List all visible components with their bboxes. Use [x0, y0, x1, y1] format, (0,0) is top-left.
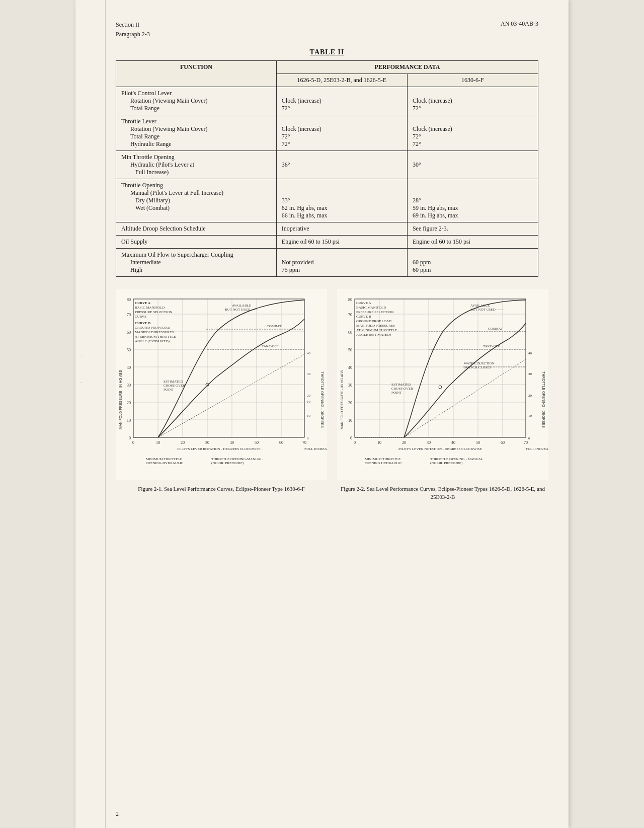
col-header-perf: PERFORMANCE DATA: [276, 61, 538, 74]
sub-label: Total Range: [121, 105, 159, 112]
svg-text:0: 0: [129, 436, 131, 440]
function-label: Pilot's Control Lever: [121, 90, 172, 97]
function-cell: Oil Supply: [116, 236, 277, 249]
svg-text:CURVE A: CURVE A: [356, 301, 371, 305]
svg-text:PRESSURE SELECTION: PRESSURE SELECTION: [356, 310, 393, 314]
svg-text:CROSS OVER: CROSS OVER: [164, 384, 185, 388]
svg-text:POINT: POINT: [391, 391, 402, 395]
svg-text:POINT: POINT: [164, 388, 174, 392]
svg-text:ANGLE (ESTIMATED): ANGLE (ESTIMATED): [356, 333, 391, 337]
svg-text:CROSS OVER: CROSS OVER: [391, 387, 413, 391]
svg-text:GROUND PROP LOAD: GROUND PROP LOAD: [135, 326, 170, 330]
svg-text:BASIC MANIFOLD: BASIC MANIFOLD: [356, 306, 386, 310]
figure-2-1-chart: MANIFOLD PRESSURE - IN HG ABS THROTTLE O…: [116, 289, 327, 480]
svg-text:50: 50: [255, 440, 259, 445]
val1-cell: 36°: [276, 151, 407, 179]
svg-text:PRESSURE SELECTION: PRESSURE SELECTION: [135, 310, 172, 314]
figure-2-2-chart: MANIFOLD PRESSURE - IN HG ABS THROTTLE O…: [337, 289, 548, 480]
function-label: Oil Supply: [121, 238, 147, 245]
table-row: Oil Supply Engine oil 60 to 150 psi Engi…: [116, 236, 538, 249]
svg-text:40: 40: [127, 365, 131, 370]
sub-label: Manual (Pilot's Lever at Full Increase): [121, 189, 223, 196]
sub-label: Dry (Military): [121, 197, 170, 204]
svg-text:60: 60: [127, 330, 131, 335]
val2-cell: 60 ppm 60 ppm: [407, 249, 538, 277]
svg-text:10: 10: [127, 418, 131, 423]
svg-text:10: 10: [377, 440, 381, 445]
svg-text:MANIFOLD PRESSURES: MANIFOLD PRESSURES: [135, 330, 174, 334]
table-row: Throttle Lever Rotation (Viewing Main Co…: [116, 115, 538, 151]
left-margin: [75, 0, 106, 828]
val2-cell: 30°: [407, 151, 538, 179]
table-row: Pilot's Control Lever Rotation (Viewing …: [116, 87, 538, 115]
svg-text:80: 80: [127, 297, 131, 302]
table-row: Throttle Opening Manual (Pilot's Lever a…: [116, 179, 538, 222]
svg-text:WATER INJECTION: WATER INJECTION: [464, 361, 495, 365]
svg-text:GROUND PROP LOAD: GROUND PROP LOAD: [356, 319, 391, 323]
val1-cell: Not provided 75 ppm: [276, 249, 407, 277]
sub-label: Wet (Combat): [121, 204, 170, 211]
svg-text:AT MINIMUM THROTTLE: AT MINIMUM THROTTLE: [135, 335, 176, 339]
svg-text:THROTTLE OPENING - MANUAL: THROTTLE OPENING - MANUAL: [430, 457, 483, 461]
svg-text:30: 30: [205, 440, 209, 445]
svg-text:70: 70: [302, 440, 306, 445]
svg-text:BUT NOT USED ——: BUT NOT USED ——: [470, 308, 504, 312]
svg-text:(NO OIL PRESSURE): (NO OIL PRESSURE): [430, 461, 463, 465]
svg-text:PILOT'S LEVER ROTATION - DEGRE: PILOT'S LEVER ROTATION - DEGREES CLOCKWI…: [177, 447, 260, 451]
val2-cell: 28° 59 in. Hg abs, max 69 in. Hg abs, ma…: [407, 179, 538, 222]
sub-label: Full Increase): [121, 169, 169, 176]
table-row: Min Throttle Opening Hydraulic (Pilot's …: [116, 151, 538, 179]
svg-text:0: 0: [528, 436, 530, 440]
svg-text:ESTIMATED: ESTIMATED: [164, 380, 183, 384]
svg-text:SWITCH CLOSES: SWITCH CLOSES: [464, 365, 492, 369]
function-label: Altitude Droop Selection Schedule: [121, 225, 206, 232]
svg-text:0: 0: [132, 440, 134, 445]
svg-text:MANIFOLD PRESSURES: MANIFOLD PRESSURES: [356, 324, 395, 328]
sub-label: Rotation (Viewing Main Cover): [121, 125, 208, 132]
svg-text:40: 40: [230, 440, 234, 445]
svg-text:CURVE B: CURVE B: [135, 321, 150, 325]
figure-2-1-container: MANIFOLD PRESSURE - IN HG ABS THROTTLE O…: [116, 289, 327, 501]
svg-text:OPENING HYDRAULIC: OPENING HYDRAULIC: [365, 461, 402, 465]
svg-text:30: 30: [127, 383, 131, 388]
svg-text:0: 0: [307, 436, 309, 440]
svg-text:BASIC MANIFOLD: BASIC MANIFOLD: [135, 306, 165, 310]
svg-text:COMBAT: COMBAT: [488, 327, 503, 331]
svg-text:ESTIMATED: ESTIMATED: [391, 383, 411, 387]
svg-text:30: 30: [307, 372, 311, 376]
svg-text:30: 30: [348, 383, 352, 388]
svg-text:50: 50: [127, 348, 131, 352]
y-axis-label: MANIFOLD PRESSURE - IN HG ABS: [119, 370, 122, 429]
function-cell: Pilot's Control Lever Rotation (Viewing …: [116, 87, 277, 115]
header-doc-number: AN 03-40AB-3: [501, 20, 538, 39]
svg-text:FULL INCREASE: FULL INCREASE: [526, 447, 548, 451]
col-header-function: FUNCTION: [116, 61, 277, 87]
svg-text:AVAILABLE: AVAILABLE: [232, 304, 251, 308]
svg-text:40: 40: [348, 365, 352, 370]
svg-text:CURVE A: CURVE A: [135, 301, 150, 305]
margin-marks: ··: [80, 352, 82, 386]
svg-text:30: 30: [528, 372, 532, 376]
svg-text:TAKE-OFF: TAKE-OFF: [262, 344, 278, 348]
val2-cell: Clock (increase) 72°: [407, 87, 538, 115]
svg-text:COMBAT: COMBAT: [267, 324, 282, 328]
svg-text:MINIMUM THROTTLE: MINIMUM THROTTLE: [365, 457, 400, 461]
val2-cell: See figure 2-3.: [407, 222, 538, 236]
svg-text:40: 40: [451, 440, 455, 445]
svg-text:40: 40: [307, 351, 311, 355]
svg-text:10: 10: [307, 400, 311, 404]
table-row: Altitude Droop Selection Schedule Inoper…: [116, 222, 538, 236]
svg-text:60: 60: [279, 440, 283, 445]
function-label: Throttle Opening: [121, 182, 163, 189]
svg-text:MINIMUM THROTTLE: MINIMUM THROTTLE: [146, 457, 182, 461]
svg-text:50: 50: [348, 348, 352, 352]
svg-text:AVAILABLE: AVAILABLE: [470, 304, 490, 308]
col-variant2: 1630-6-F: [407, 74, 538, 87]
y2-axis-label: THROTTLE OPENING - DEGREES: [320, 372, 324, 428]
svg-text:50: 50: [476, 440, 480, 445]
col-variant1: 1626-5-D, 25E03-2-B, and 1626-5-E: [276, 74, 407, 87]
svg-text:FULL INCREASE: FULL INCREASE: [304, 447, 327, 451]
svg-text:40: 40: [528, 351, 532, 355]
svg-text:20: 20: [402, 440, 406, 445]
function-cell: Throttle Opening Manual (Pilot's Lever a…: [116, 179, 277, 222]
